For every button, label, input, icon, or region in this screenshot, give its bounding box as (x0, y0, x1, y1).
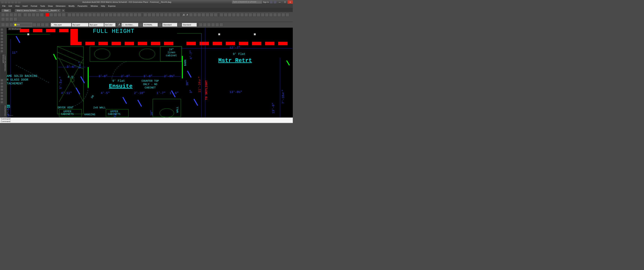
linetype-dropdown[interactable]: ByLayer (72, 23, 88, 27)
dimstyle-dropdown[interactable]: NORMAL (143, 23, 158, 27)
qat-undo-icon[interactable] (14, 1, 17, 3)
qat-icon[interactable] (1, 1, 4, 3)
layer-tool-icon[interactable] (9, 23, 13, 27)
tool-icon[interactable] (50, 13, 53, 17)
tab-document[interactable]: Matt & Jenna Schwin... - Foremost__Rev#4… (15, 9, 61, 12)
lineweight-dropdown[interactable]: ByLayer (89, 23, 104, 27)
tool-icon[interactable] (24, 13, 27, 17)
tool-icon[interactable] (168, 13, 172, 17)
plotstyle-dropdown[interactable]: ByColor (104, 23, 116, 27)
qat-redo-icon[interactable] (18, 1, 20, 3)
tool-icon[interactable] (92, 13, 96, 17)
tool-icon[interactable] (172, 13, 176, 17)
tool-icon[interactable] (113, 13, 117, 17)
tool-icon[interactable] (80, 13, 84, 17)
menu-view[interactable]: View (14, 5, 21, 8)
tool-icon[interactable] (214, 13, 218, 17)
tool-icon[interactable] (40, 13, 44, 17)
command-input[interactable] (4, 123, 292, 123)
color-swatch[interactable] (46, 13, 49, 17)
text-style-a[interactable]: A (182, 13, 185, 16)
tool-icon[interactable] (178, 23, 182, 27)
tool-icon[interactable] (5, 17, 9, 21)
menu-format[interactable]: Format (29, 5, 39, 8)
tool-icon[interactable] (58, 13, 62, 17)
tool-icon[interactable] (176, 13, 180, 17)
tool-icon[interactable] (158, 23, 162, 27)
tool-icon[interactable] (117, 13, 121, 17)
tab-new-button[interactable]: + (62, 9, 65, 12)
signin-link[interactable]: Sign In (263, 1, 269, 3)
tool-icon[interactable] (0, 94, 3, 97)
tool-icon[interactable] (152, 13, 156, 17)
tool-icon[interactable] (156, 13, 160, 17)
tool-icon[interactable] (244, 13, 248, 17)
tool-icon[interactable] (129, 13, 133, 17)
tool-icon[interactable] (68, 13, 71, 17)
tool-icon[interactable] (203, 23, 207, 27)
tool-icon[interactable] (138, 13, 141, 17)
tool-icon[interactable] (210, 13, 214, 17)
tool-icon[interactable] (84, 13, 88, 17)
tool-icon[interactable] (248, 13, 252, 17)
tab-start[interactable]: Start (2, 9, 11, 12)
menu-help[interactable]: Help (100, 5, 107, 8)
tool-icon[interactable] (160, 13, 164, 17)
drawing-canvas[interactable]: 2D Wireframe] (7, 28, 293, 117)
draw-text-icon[interactable] (0, 50, 3, 53)
tool-icon[interactable] (193, 13, 197, 17)
text-style-a2[interactable]: A (186, 14, 189, 16)
mleaderstyle-dropdown[interactable]: Standard (182, 23, 197, 27)
tool-icon[interactable] (109, 13, 112, 17)
draw-line-icon[interactable] (0, 28, 3, 31)
help-search[interactable]: Type a keyword or phrase (232, 1, 262, 4)
textstyle-dropdown[interactable]: 1 - Architec... (122, 23, 138, 27)
tool-icon[interactable] (148, 13, 151, 17)
tool-icon[interactable] (125, 13, 129, 17)
tool-icon[interactable] (197, 13, 201, 17)
qat-open-icon[interactable] (8, 1, 10, 3)
layer-tool-icon[interactable] (32, 23, 36, 27)
tool-icon[interactable] (224, 13, 228, 17)
menu-draw[interactable]: Draw (46, 5, 54, 8)
tool-icon[interactable] (228, 13, 232, 17)
tool-icon[interactable] (164, 13, 168, 17)
tool-icon[interactable] (32, 13, 36, 17)
tablestyle-dropdown[interactable]: Standard (162, 23, 177, 27)
qat-save-icon[interactable] (11, 1, 14, 3)
tool-icon[interactable] (0, 79, 3, 82)
tool-icon[interactable] (134, 13, 137, 17)
tool-icon[interactable] (269, 13, 273, 17)
tool-icon[interactable] (100, 13, 104, 17)
layer-dropdown[interactable]: FX (14, 23, 32, 27)
tool-icon[interactable] (5, 13, 9, 17)
color-dropdown[interactable]: ByLayer (51, 23, 71, 27)
tool-icon[interactable] (121, 13, 125, 17)
tool-icon[interactable] (88, 13, 92, 17)
menu-modify[interactable]: Modify (67, 5, 76, 8)
help-icon[interactable] (274, 1, 276, 3)
tool-icon[interactable] (0, 91, 3, 94)
draw-ellipse-icon[interactable] (0, 44, 3, 47)
tool-icon[interactable] (189, 13, 193, 17)
tool-icon[interactable] (236, 13, 240, 17)
tool-icon[interactable] (206, 13, 209, 17)
tool-icon[interactable] (211, 23, 215, 27)
tool-icon[interactable] (286, 13, 289, 17)
tool-icon[interactable] (207, 23, 211, 27)
layer-tool-icon[interactable] (41, 23, 44, 27)
tool-icon[interactable] (202, 13, 205, 17)
tab-close-icon[interactable]: × (58, 9, 59, 12)
tool-icon[interactable] (277, 13, 281, 17)
tool-icon[interactable] (261, 13, 264, 17)
tool-icon[interactable] (36, 13, 40, 17)
layer-tool-icon[interactable] (45, 23, 49, 27)
tool-icon[interactable] (144, 13, 147, 17)
tool-icon[interactable] (14, 17, 17, 21)
draw-circle-icon[interactable] (0, 34, 3, 37)
tool-icon[interactable] (28, 13, 31, 17)
draw-arc-icon[interactable] (0, 38, 3, 40)
menu-dimension[interactable]: Dimension (54, 5, 67, 8)
draw-hatch-icon[interactable] (0, 47, 3, 50)
tool-icon[interactable] (199, 23, 202, 27)
